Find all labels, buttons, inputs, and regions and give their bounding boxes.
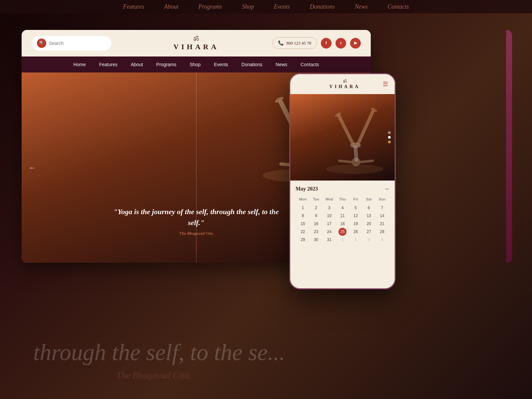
calendar-cell[interactable]: 4 <box>336 204 349 212</box>
calendar-cell[interactable]: 30 <box>310 236 323 244</box>
bg-nav-about: About <box>164 3 178 10</box>
slider-dot-1 <box>388 131 391 134</box>
mobile-slider-dots <box>388 131 391 143</box>
calendar-cell[interactable]: 5 <box>349 204 362 212</box>
calendar-cell[interactable]: 18 <box>336 220 349 228</box>
calendar-day-labels: Mon Tue Wed Thu Fri Sat Sun <box>296 197 389 202</box>
calendar-cell[interactable]: 9 <box>310 212 323 220</box>
slider-dot-3 <box>388 141 391 143</box>
calendar-cell[interactable]: 28 <box>375 228 389 236</box>
hero-prev-arrow[interactable]: ← <box>28 163 36 172</box>
bg-nav-news: News <box>355 3 368 10</box>
calendar-month: May 2023 <box>296 186 318 192</box>
desktop-nav: Home Features About Programs Shop Events… <box>22 57 371 72</box>
day-label-sun: Sun <box>375 197 389 202</box>
calendar-cell[interactable]: 2 <box>349 236 362 244</box>
calendar-cell[interactable]: 24 <box>323 228 336 236</box>
calendar-week-2: 891011121314 <box>296 212 389 220</box>
bg-nav: Features About Programs Shop Events Dona… <box>0 0 532 13</box>
calendar-cell[interactable]: 3 <box>323 204 336 212</box>
right-accent-bar <box>506 30 512 263</box>
bg-nav-features: Features <box>123 3 144 10</box>
calendar-cell[interactable]: 26 <box>349 228 362 236</box>
desktop-header: 🔍 ॐ VIHARA 📞 800 123 45 78 f t ▶ <box>22 30 371 57</box>
facebook-button[interactable]: f <box>321 38 332 49</box>
calendar-cell[interactable]: 13 <box>362 212 376 220</box>
nav-donations[interactable]: Donations <box>241 62 262 67</box>
day-label-wed: Wed <box>323 197 336 202</box>
bg-quote-attr: The Bhagavad Gita <box>116 370 189 381</box>
calendar-cell[interactable]: 6 <box>362 204 376 212</box>
calendar-cell[interactable]: 1 <box>336 236 349 244</box>
bg-nav-donations: Donations <box>310 3 335 10</box>
calendar-cell[interactable]: 21 <box>375 220 389 228</box>
calendar-cell[interactable]: 14 <box>375 212 389 220</box>
hero-quote-attribution: The Bhagavad Gita <box>113 231 279 236</box>
day-label-tue: Tue <box>310 197 323 202</box>
day-label-mon: Mon <box>296 197 310 202</box>
calendar-cell[interactable]: 7 <box>375 204 389 212</box>
calendar-cell[interactable]: 4 <box>375 236 389 244</box>
calendar-cell[interactable]: 2 <box>310 204 323 212</box>
hero-quote-text: "Yoga is the journey of the self, throug… <box>113 206 279 228</box>
phone-number: 800 123 45 78 <box>286 41 311 46</box>
calendar-cell[interactable]: 16 <box>310 220 323 228</box>
calendar-cell[interactable]: 17 <box>323 220 336 228</box>
mobile-menu-button[interactable]: ☰ <box>383 80 388 88</box>
mobile-logo-om: ॐ <box>330 79 360 84</box>
nav-shop[interactable]: Shop <box>190 62 201 67</box>
logo-text: VIHARA <box>173 43 219 51</box>
nav-programs[interactable]: Programs <box>156 62 177 67</box>
day-label-fri: Fri <box>349 197 362 202</box>
nav-about[interactable]: About <box>131 62 143 67</box>
calendar-cell[interactable]: 25 <box>338 228 346 236</box>
calendar-cell[interactable]: 27 <box>362 228 376 236</box>
calendar-cell[interactable]: 31 <box>323 236 336 244</box>
nav-features[interactable]: Features <box>99 62 117 67</box>
mobile-mockup: ॐ VIHARA ☰ <box>289 73 396 289</box>
calendar-cell[interactable]: 1 <box>296 204 310 212</box>
calendar-cell[interactable]: 19 <box>349 220 362 228</box>
search-input[interactable] <box>49 41 106 46</box>
slider-dot-2 <box>388 136 391 139</box>
calendar-week-5: 2930311234 <box>296 236 389 244</box>
calendar-cell[interactable]: 11 <box>336 212 349 220</box>
calendar-cell[interactable]: 23 <box>310 228 323 236</box>
calendar-cell[interactable]: 22 <box>296 228 310 236</box>
search-icon: 🔍 <box>37 39 46 48</box>
mobile-logo-area: ॐ VIHARA <box>307 79 383 89</box>
hero-bottom-divider <box>196 239 197 253</box>
mobile-header: ॐ VIHARA ☰ <box>290 74 395 94</box>
day-label-sat: Sat <box>362 197 376 202</box>
calendar-cell[interactable]: 3 <box>362 236 376 244</box>
nav-contacts[interactable]: Contacts <box>301 62 319 67</box>
calendar-week-1: 1234567 <box>296 204 389 212</box>
bg-nav-shop: Shop <box>242 3 254 10</box>
nav-events[interactable]: Events <box>214 62 228 67</box>
bg-nav-programs: Programs <box>198 3 222 10</box>
mobile-logo-text: VIHARA <box>330 84 360 89</box>
desktop-logo: ॐ VIHARA <box>173 35 219 51</box>
mobile-calendar: May 2023 → Mon Tue Wed Thu Fri Sat Sun 1… <box>290 181 395 250</box>
svg-line-15 <box>357 112 373 145</box>
calendar-week-3: 15161718192021 <box>296 220 389 228</box>
mobile-yoga-pose <box>325 97 385 174</box>
phone-badge[interactable]: 📞 800 123 45 78 <box>272 37 317 49</box>
mobile-logo: ॐ VIHARA <box>330 79 360 89</box>
twitter-button[interactable]: t <box>335 38 346 49</box>
calendar-next-arrow[interactable]: → <box>384 186 389 192</box>
hero-quote-block: "Yoga is the journey of the self, throug… <box>113 206 279 236</box>
calendar-cell[interactable]: 20 <box>362 220 376 228</box>
calendar-cell[interactable]: 12 <box>349 212 362 220</box>
nav-home[interactable]: Home <box>73 62 86 67</box>
bg-nav-events: Events <box>274 3 290 10</box>
youtube-button[interactable]: ▶ <box>350 38 361 49</box>
calendar-cell[interactable]: 10 <box>323 212 336 220</box>
calendar-cell[interactable]: 8 <box>296 212 310 220</box>
calendar-grid: Mon Tue Wed Thu Fri Sat Sun 123456789101… <box>296 196 389 244</box>
search-bar[interactable]: 🔍 <box>32 36 111 51</box>
calendar-cell[interactable]: 15 <box>296 220 310 228</box>
nav-news[interactable]: News <box>276 62 287 67</box>
svg-line-18 <box>339 161 351 162</box>
calendar-cell[interactable]: 29 <box>296 236 310 244</box>
